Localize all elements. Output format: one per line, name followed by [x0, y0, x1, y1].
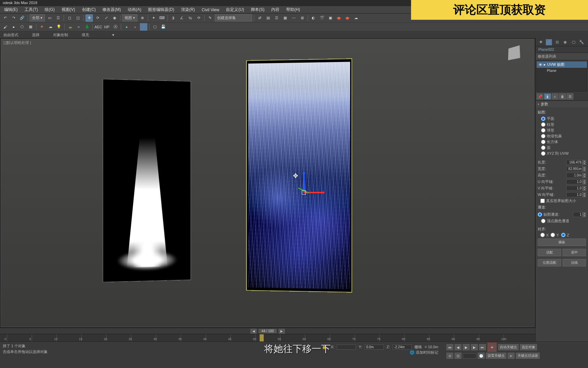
select-scale-icon[interactable]: ⤢ [102, 14, 110, 22]
ruler-tick[interactable]: 65 [330, 334, 355, 341]
spinner-up-icon[interactable]: ▴ [583, 212, 586, 215]
menu-create[interactable]: 创建(C) [79, 6, 99, 13]
fit-button[interactable]: 适配 [538, 249, 561, 256]
show-end-result-icon[interactable]: ▮ [544, 93, 551, 99]
render-frame-icon[interactable]: ▣ [327, 14, 334, 22]
modifier-list-dropdown[interactable]: 修改器列表 [536, 53, 588, 60]
ribbon-populate[interactable]: 填充 [82, 32, 89, 37]
select-object-icon[interactable]: ▭ [46, 14, 53, 22]
menu-graph-editors[interactable]: 图形编辑器(D) [145, 6, 177, 13]
menu-customize[interactable]: 自定义(U) [223, 6, 247, 13]
align-icon[interactable]: ▤ [264, 14, 272, 22]
object-name-field[interactable]: Plane002 [536, 46, 588, 53]
mapping-spherical-radio[interactable]: 球形 [538, 127, 586, 133]
spinner-down-icon[interactable]: ▾ [583, 175, 586, 178]
spinner-down-icon[interactable]: ▾ [583, 169, 586, 171]
remove-modifier-icon[interactable]: 🗑 [559, 93, 566, 99]
utilities-tab-icon[interactable]: 🔧 [578, 39, 585, 45]
add-time-marker-label[interactable]: 添加时间标记 [416, 350, 438, 355]
polygon-icon[interactable]: ⬠ [18, 23, 26, 31]
menu-content[interactable]: 内容 [268, 6, 282, 13]
frame-next-button[interactable]: ▶ [279, 329, 285, 334]
plant-icon[interactable]: 🌲 [83, 23, 91, 31]
menu-modifiers[interactable]: 修改器(M) [100, 6, 124, 13]
sphere-red-icon[interactable]: ● [131, 23, 139, 31]
snap-toggle-icon[interactable]: 3 [169, 14, 177, 22]
manipulate-icon[interactable]: ✦ [150, 14, 157, 22]
u-tile-input[interactable] [566, 179, 583, 184]
cloud-icon[interactable]: ☁ [47, 23, 54, 31]
curve-editor-icon[interactable]: 〰 [290, 14, 297, 22]
ribbon-object-paint[interactable]: 对象绘制 [53, 32, 68, 37]
set-key-button[interactable]: ＋ [487, 342, 497, 352]
spinner-snap-icon[interactable]: ⟳ [195, 14, 202, 22]
ruler-tick[interactable]: 75 [379, 334, 404, 341]
ruler-tick[interactable]: 25 [131, 334, 156, 341]
ref-coord-dropdown[interactable]: 视图 ▾ [122, 14, 137, 21]
ruler-tick[interactable]: 15 [81, 334, 106, 341]
hp-icon[interactable]: HP [103, 23, 111, 31]
selected-object-dropdown[interactable]: 选定对象 [520, 344, 537, 350]
spinner-up-icon[interactable]: ▴ [583, 193, 586, 195]
menu-animation[interactable]: 动画(A) [125, 6, 144, 13]
width-spinner[interactable]: ▴▾ [566, 166, 586, 171]
bitmap-fit-button[interactable]: 位图适配 [538, 259, 561, 266]
undo-icon[interactable]: ↶ [1, 14, 9, 22]
play-icon[interactable]: ▶ [463, 344, 470, 350]
brush-icon[interactable]: 🖌 [1, 23, 9, 31]
redo-icon[interactable]: ↷ [10, 14, 17, 22]
mapping-xyz-radio[interactable]: XYZ 到 UVW [538, 151, 586, 156]
sphere-blue-icon[interactable]: ● [140, 23, 147, 31]
terrain-icon[interactable]: ⛰ [66, 23, 74, 31]
percent-snap-icon[interactable]: % [186, 14, 194, 22]
plane-object-fountain[interactable] [103, 79, 191, 282]
ribbon-dropdown-icon[interactable]: ▾ [110, 31, 117, 39]
schematic-view-icon[interactable]: ⊞ [298, 14, 306, 22]
v-tile-spinner[interactable]: ▴▾ [566, 186, 586, 191]
modifier-stack[interactable]: 👁 ▸ UVW 贴图 Plane [536, 61, 587, 92]
sphere-cyan-icon[interactable]: ● [123, 23, 130, 31]
ruler-tick[interactable]: 70 [355, 334, 379, 341]
mapping-face-radio[interactable]: 面 [538, 145, 586, 151]
sun-icon[interactable]: ☀ [38, 23, 46, 31]
render-production-icon[interactable]: 🫖 [335, 14, 343, 22]
u-tile-spinner[interactable]: ▴▾ [566, 179, 586, 184]
ribbon-freeform[interactable]: 自由形式 [3, 32, 18, 37]
spinner-down-icon[interactable]: ▾ [583, 182, 586, 184]
modifier-uvw-map[interactable]: 👁 ▸ UVW 贴图 [537, 61, 587, 68]
current-frame-input[interactable] [463, 353, 476, 358]
goto-start-icon[interactable]: ⏮ [446, 344, 453, 350]
ribbon-selection[interactable]: 选择 [32, 32, 39, 37]
align-x-radio[interactable]: X [540, 233, 549, 237]
lock-selection-icon[interactable]: 🔒 [321, 343, 328, 351]
spinner-up-icon[interactable]: ▴ [583, 167, 586, 169]
ruler-tick[interactable]: 10 [56, 334, 81, 341]
set-key-mode-button[interactable]: 设置关键点 [486, 353, 506, 359]
window-crossing-icon[interactable]: ◫ [74, 14, 82, 22]
normal-align-button[interactable]: 法线 [562, 259, 586, 266]
select-move-icon[interactable]: ✥ [85, 14, 93, 22]
manipulate-button[interactable]: 操纵 [538, 239, 586, 246]
create-tab-icon[interactable]: ✚ [538, 39, 544, 45]
eye-icon[interactable]: 👁 [539, 63, 542, 67]
ruler-tick[interactable]: 45 [230, 334, 255, 341]
next-frame-icon[interactable]: ▶ [471, 344, 478, 350]
menu-group[interactable]: 组(G) [42, 6, 57, 13]
circle-a-icon[interactable]: Ⓐ [112, 23, 119, 31]
display-tab-icon[interactable]: 🖵 [570, 39, 576, 45]
ruler-tick[interactable]: 20 [106, 334, 131, 341]
real-world-checkbox[interactable]: 真实世界贴图大小 [538, 198, 586, 204]
aec-icon[interactable]: AEC [95, 23, 102, 31]
timeline-ruler[interactable]: 0510152025303540455055606570758085909510… [0, 334, 535, 341]
spinner-up-icon[interactable]: ▴ [583, 186, 586, 188]
map-channel-input[interactable] [573, 212, 583, 217]
box-icon[interactable]: ▢ [151, 23, 159, 31]
viewport-label[interactable]: ] [默认明暗处理 ] [3, 40, 31, 45]
goto-end-icon[interactable]: ⏭ [479, 344, 486, 350]
select-rotate-icon[interactable]: ⟳ [94, 14, 101, 22]
v-tile-input[interactable] [566, 186, 583, 191]
height-input[interactable] [566, 173, 583, 178]
render-in-cloud-icon[interactable]: ☁ [352, 14, 360, 22]
render-iterative-icon[interactable]: 🫖 [344, 14, 351, 22]
map-channel-radio[interactable]: 贴图通道: [538, 212, 559, 217]
